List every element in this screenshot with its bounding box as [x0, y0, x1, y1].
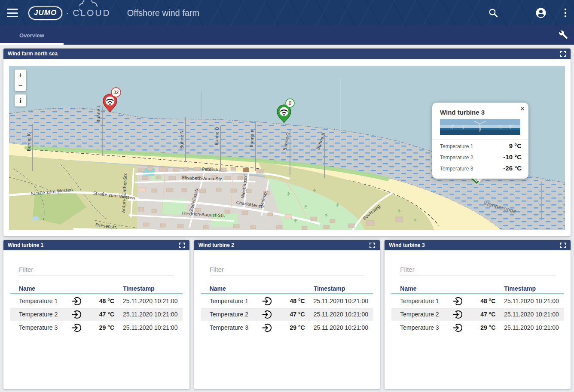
measurement-timestamp: 25.11.2020 10:21:00 [120, 324, 183, 331]
table-row: Temperature 3 29 °C 25.11.2020 10:21:00 [201, 321, 373, 334]
popup-turbine-photo [440, 119, 520, 135]
active-tab-indicator [0, 43, 64, 45]
column-timestamp: Timestamp [501, 285, 564, 292]
popup-title: Wind turbine 3 [440, 109, 522, 116]
wrench-icon[interactable] [559, 30, 568, 40]
input-signal-icon [446, 296, 469, 306]
tab-overview[interactable]: Overview [0, 32, 64, 39]
popup-param-name: Temperature 2 [440, 155, 473, 161]
measurement-name: Temperature 2 [400, 311, 446, 318]
menu-icon[interactable] [7, 9, 18, 17]
top-app-bar: JUMO · CLOUD Offshore wind farm [0, 0, 574, 26]
table-row: Temperature 2 47 °C 25.11.2020 10:21:00 [10, 308, 183, 321]
account-icon[interactable] [535, 7, 547, 18]
input-signal-icon [65, 323, 88, 333]
map-popup: × Wind turbine 3 [432, 103, 528, 179]
measurement-value: 47 °C [88, 311, 114, 318]
input-signal-icon [65, 296, 88, 306]
measurement-value: 29 °C [88, 324, 114, 331]
measurement-name: Temperature 3 [210, 324, 256, 331]
map-info-button[interactable]: i [15, 94, 26, 106]
column-name: Name [19, 285, 65, 292]
more-vert-icon[interactable] [564, 8, 567, 18]
measurement-value: 48 °C [469, 298, 495, 304]
column-timestamp: Timestamp [311, 285, 373, 292]
marker-badge-green: 0 [289, 100, 291, 106]
table-row: Temperature 1 48 °C 25.11.2020 10:21:00 [391, 295, 564, 307]
marker-badge-red: 32 [113, 90, 119, 95]
turbine-panel-title: Wind turbine 2 [198, 242, 234, 248]
measurement-table: Name Timestamp Temperature 1 48 °C 25.11… [201, 283, 373, 334]
table-header-row: Name Timestamp [201, 283, 373, 294]
brand-dot: · [66, 9, 69, 18]
table-row: Temperature 1 48 °C 25.11.2020 10:21:00 [201, 295, 373, 307]
measurement-timestamp: 25.11.2020 10:21:00 [311, 298, 373, 304]
fullscreen-icon[interactable] [179, 242, 185, 249]
search-icon[interactable] [488, 8, 498, 18]
filter-input[interactable] [400, 263, 555, 276]
svg-text:Buhne K: Buhne K [27, 133, 31, 151]
input-signal-icon [256, 323, 278, 333]
tab-bar: Overview [0, 26, 574, 45]
filter-input[interactable] [210, 263, 365, 276]
table-row: Temperature 1 48 °C 25.11.2020 10:21:00 [10, 295, 183, 307]
input-signal-icon [65, 310, 88, 319]
turbine-panel-header: Wind turbine 2 [194, 240, 380, 250]
popup-param-name: Temperature 3 [440, 166, 473, 172]
measurement-timestamp: 25.11.2020 10:21:00 [501, 298, 564, 304]
input-signal-icon [446, 323, 469, 333]
zoom-out-button[interactable]: − [15, 80, 26, 91]
table-row: Temperature 2 47 °C 25.11.2020 10:21:00 [201, 308, 373, 321]
measurement-name: Temperature 1 [400, 298, 446, 304]
measurement-value: 47 °C [278, 311, 305, 318]
measurement-name: Temperature 1 [19, 298, 65, 304]
measurement-name: Temperature 3 [19, 324, 65, 331]
measurement-timestamp: 25.11.2020 10:21:00 [120, 311, 183, 318]
svg-text:Buhne O: Buhne O [214, 127, 220, 146]
measurement-timestamp: 25.11.2020 10:21:00 [311, 311, 373, 318]
map-panel-title: Wind farm north sea [8, 51, 58, 57]
measurement-value: 47 °C [469, 311, 495, 318]
input-signal-icon [256, 296, 278, 306]
measurement-timestamp: 25.11.2020 10:21:00 [120, 298, 183, 304]
fullscreen-icon[interactable] [560, 51, 566, 57]
measurement-table: Name Timestamp Temperature 1 48 °C 25.11… [391, 283, 564, 334]
jumo-cloud-logo: JUMO · CLOUD [28, 6, 111, 20]
turbine-panel: Wind turbine 3 Name Timestamp Temperatur… [385, 240, 571, 389]
turbine-panel-header: Wind turbine 1 [3, 240, 189, 250]
column-name: Name [210, 285, 256, 292]
measurement-value: 29 °C [278, 324, 305, 331]
measurement-name: Temperature 2 [19, 311, 65, 318]
fullscreen-icon[interactable] [369, 242, 376, 249]
page-title: Offshore wind farm [127, 8, 200, 18]
zoom-in-button[interactable]: + [15, 70, 26, 80]
turbine-panel-header: Wind turbine 3 [385, 240, 571, 250]
table-header-row: Name Timestamp [10, 283, 183, 294]
table-row: Temperature 2 47 °C 25.11.2020 10:21:00 [391, 308, 564, 321]
turbine-cards: Wind turbine 1 Name Timestamp Temperatur… [3, 240, 571, 389]
measurement-table: Name Timestamp Temperature 1 48 °C 25.11… [10, 283, 183, 334]
measurement-value: 48 °C [88, 298, 114, 304]
turbine-panel: Wind turbine 1 Name Timestamp Temperatur… [3, 240, 189, 389]
column-timestamp: Timestamp [120, 285, 183, 292]
popup-row: Temperature 2 -10 °C [440, 151, 522, 162]
measurement-timestamp: 25.11.2020 10:21:00 [311, 324, 373, 331]
popup-row: Temperature 3 -26 °C [440, 162, 522, 173]
map-zoom-control: + − [15, 70, 26, 91]
fullscreen-icon[interactable] [560, 242, 566, 249]
popup-param-value: -10 °C [503, 153, 522, 161]
measurement-timestamp: 25.11.2020 10:21:00 [501, 311, 564, 318]
popup-param-value: -26 °C [503, 164, 522, 172]
cloud-icon [79, 0, 111, 12]
column-name: Name [400, 285, 446, 292]
jumo-brand-text: JUMO [34, 9, 57, 17]
table-header-row: Name Timestamp [391, 283, 564, 294]
svg-text:Buhne N: Buhne N [180, 131, 184, 149]
popup-close-icon[interactable]: × [520, 105, 525, 112]
table-row: Temperature 3 29 °C 25.11.2020 10:21:00 [10, 321, 183, 334]
turbine-panel-title: Wind turbine 3 [389, 242, 424, 248]
map-container: Buhne K Buhne L Buhne N Buhne O Buhne P … [9, 66, 565, 230]
svg-text:Buhne L: Buhne L [96, 105, 101, 122]
filter-input[interactable] [19, 263, 174, 276]
popup-param-value: 9 °C [509, 142, 522, 149]
